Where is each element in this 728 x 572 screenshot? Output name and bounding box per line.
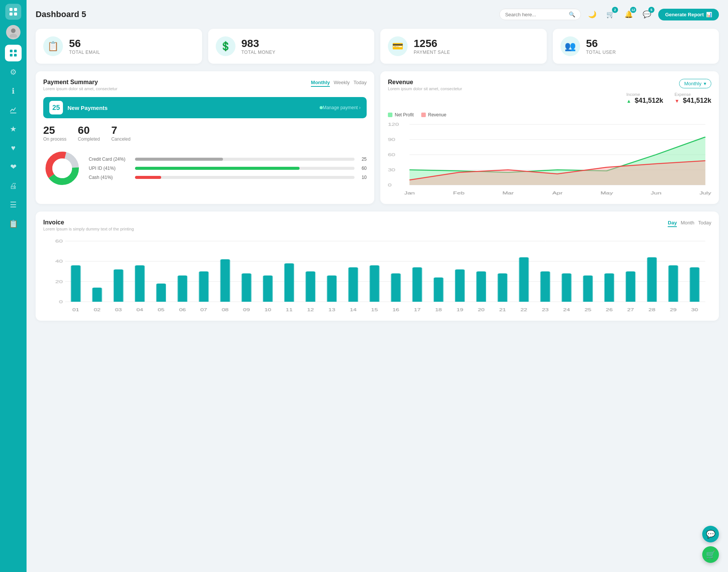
generate-report-button[interactable]: Generate Report 📊	[658, 9, 719, 20]
stat-on-process: 25 On process	[43, 124, 66, 142]
stat-card-payment-info: 1256 PAYMENT SALE	[414, 38, 450, 55]
floating-buttons: 💬 🛒	[702, 526, 719, 563]
svg-rect-0	[9, 8, 13, 11]
theme-toggle[interactable]: 🌙	[585, 8, 599, 21]
legend-revenue: Revenue	[421, 112, 446, 118]
payment-number: 1256	[414, 38, 450, 50]
sidebar-item-list[interactable]: 📋	[5, 215, 22, 232]
revenue-chart	[388, 121, 711, 196]
search-bar: 🔍	[499, 9, 581, 20]
svg-rect-1	[14, 8, 17, 11]
payment-stats-row: 25 On process 60 Completed 7 Canceled	[43, 124, 367, 142]
progress-fill-credit	[135, 158, 223, 161]
search-icon: 🔍	[569, 11, 575, 17]
support-float-btn[interactable]: 💬	[702, 526, 719, 542]
money-number: 983	[242, 38, 276, 50]
user-label: TOTAL USER	[586, 50, 616, 55]
search-input[interactable]	[505, 12, 566, 17]
stat-card-money-info: 983 TOTAL MONEY	[242, 38, 276, 55]
stat-canceled: 7 Canceled	[111, 124, 130, 142]
stat-card-payment: 💳 1256 PAYMENT SALE	[380, 29, 547, 64]
payment-summary-header: Payment Summary Lorem ipsum dolor sit am…	[43, 79, 367, 91]
manage-payment-link[interactable]: Manage payment ›	[323, 105, 361, 110]
progress-fill-cash	[135, 176, 161, 179]
invoice-card: Invoice Lorem Ipsum is simply dummy text…	[36, 212, 719, 321]
cart-icon-btn[interactable]: 🛒 2	[604, 8, 617, 21]
invoice-title: Invoice	[43, 219, 134, 226]
svg-rect-8	[10, 54, 13, 56]
progress-details: Credit Card (24%) 25 UPI ID (41%) 60	[89, 157, 367, 180]
expense-stat: Expense ▼ $41,512k	[675, 92, 711, 105]
progress-row-credit: Credit Card (24%) 25	[89, 157, 367, 162]
donut-chart	[43, 149, 81, 187]
revenue-header: Revenue Lorem ipsum dolor sit amet, cons…	[388, 79, 711, 108]
revenue-card: Revenue Lorem ipsum dolor sit amet, cons…	[380, 71, 719, 204]
bell-icon-btn[interactable]: 🔔 12	[622, 8, 635, 21]
new-payments-label: New Payments	[67, 105, 317, 111]
svg-rect-9	[14, 54, 17, 56]
cart-badge: 2	[612, 7, 618, 13]
svg-rect-7	[14, 50, 17, 52]
revenue-dropdown[interactable]: Monthly ▾	[679, 79, 711, 88]
tab-today[interactable]: Today	[698, 219, 711, 227]
user-icon: 👥	[560, 36, 580, 56]
tab-day[interactable]: Day	[668, 219, 677, 227]
sidebar-item-chart[interactable]	[5, 102, 22, 118]
legend-net-profit: Net Profit	[388, 112, 414, 118]
revenue-chart-area	[388, 121, 711, 196]
stat-card-user-info: 56 TOTAL USER	[586, 38, 616, 55]
svg-rect-2	[9, 13, 13, 16]
payment-summary-card: Payment Summary Lorem ipsum dolor sit am…	[36, 71, 374, 204]
stat-completed: 60 Completed	[78, 124, 100, 142]
invoice-subtitle: Lorem Ipsum is simply dummy text of the …	[43, 227, 134, 231]
stat-card-user: 👥 56 TOTAL USER	[553, 29, 719, 64]
logo[interactable]	[5, 4, 21, 20]
sidebar-item-settings[interactable]: ⚙	[5, 64, 22, 80]
email-icon: 📋	[43, 36, 63, 56]
income-stat: Income ▲ $41,512k	[626, 92, 663, 105]
tab-month[interactable]: Month	[681, 219, 694, 227]
header-actions: 🔍 🌙 🛒 2 🔔 12 💬 5 Generate Report 📊	[499, 8, 719, 21]
new-payments-bar: 25 New Payments Manage payment ›	[43, 97, 367, 118]
progress-fill-upi	[135, 167, 300, 170]
np-dot	[320, 106, 323, 109]
sidebar-item-heart[interactable]: ♥	[5, 139, 22, 156]
money-label: TOTAL MONEY	[242, 50, 276, 55]
tab-weekly-payment[interactable]: Weekly	[334, 79, 350, 87]
svg-rect-6	[10, 50, 13, 52]
avatar[interactable]	[6, 25, 20, 39]
header: Dashboard 5 🔍 🌙 🛒 2 🔔 12 💬 5 Generate Re…	[36, 8, 719, 21]
chat-badge: 5	[648, 7, 654, 13]
sidebar-item-dashboard[interactable]	[5, 45, 22, 61]
payment-label: PAYMENT SALE	[414, 50, 450, 55]
new-payments-count: 25	[49, 101, 63, 114]
payment-bottom: Credit Card (24%) 25 UPI ID (41%) 60	[43, 149, 367, 187]
tab-today-payment[interactable]: Today	[353, 79, 367, 87]
progress-row-upi: UPI ID (41%) 60	[89, 166, 367, 171]
revenue-dot	[421, 113, 426, 117]
sidebar-item-star[interactable]: ★	[5, 121, 22, 137]
sidebar-item-menu[interactable]: ☰	[5, 196, 22, 213]
tab-monthly-payment[interactable]: Monthly	[311, 79, 330, 87]
cart-float-btn[interactable]: 🛒	[702, 546, 719, 563]
stat-cards: 📋 56 TOTAL EMAIL 💲 983 TOTAL MONEY 💳 125…	[36, 29, 719, 64]
email-number: 56	[69, 38, 100, 50]
revenue-subtitle: Lorem ipsum dolor sit amet, consectetur	[388, 86, 462, 91]
income-up-icon: ▲	[626, 98, 631, 104]
payment-tabs: Monthly Weekly Today	[311, 79, 367, 87]
bell-badge: 12	[630, 7, 636, 13]
sidebar-item-info[interactable]: ℹ	[5, 83, 22, 99]
stat-card-email-info: 56 TOTAL EMAIL	[69, 38, 100, 55]
sidebar-item-heart2[interactable]: ❤	[5, 158, 22, 175]
payment-icon: 💳	[388, 36, 408, 56]
sidebar: ⚙ ℹ ★ ♥ ❤ 🖨 ☰ 📋	[0, 0, 27, 572]
chat-icon-btn[interactable]: 💬 5	[640, 8, 654, 21]
middle-row: Payment Summary Lorem ipsum dolor sit am…	[36, 71, 719, 204]
sidebar-item-print[interactable]: 🖨	[5, 177, 22, 194]
user-number: 56	[586, 38, 616, 50]
revenue-title: Revenue	[388, 79, 462, 86]
svg-point-5	[9, 34, 17, 38]
invoice-header: Invoice Lorem Ipsum is simply dummy text…	[43, 219, 711, 231]
money-icon: 💲	[216, 36, 235, 56]
stat-card-email: 📋 56 TOTAL EMAIL	[36, 29, 202, 64]
